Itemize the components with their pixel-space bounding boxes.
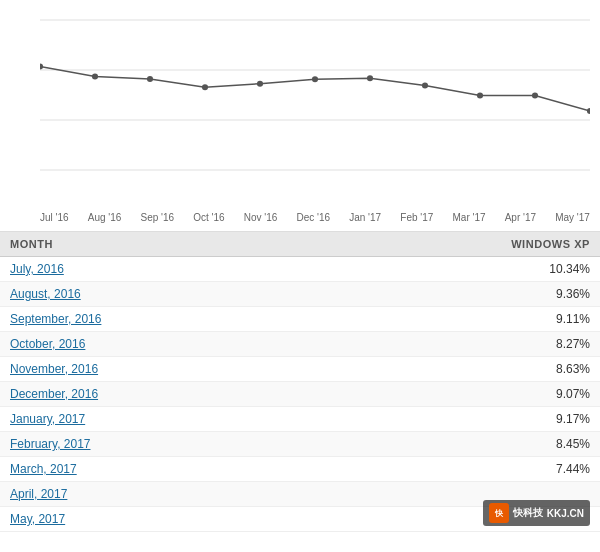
table-row: February, 20178.45% (0, 432, 600, 457)
data-point (312, 76, 318, 82)
month-link[interactable]: March, 2017 (10, 462, 77, 476)
value-cell: 9.36% (318, 282, 600, 307)
table-row: January, 20179.17% (0, 407, 600, 432)
table-row: September, 20169.11% (0, 307, 600, 332)
month-header: MONTH (0, 232, 318, 257)
table-header-row: MONTH WINDOWS XP (0, 232, 600, 257)
data-point (532, 93, 538, 99)
month-cell: January, 2017 (0, 407, 318, 432)
x-label: Sep '16 (140, 212, 174, 223)
x-label: Jan '17 (349, 212, 381, 223)
value-cell: 8.63% (318, 357, 600, 382)
month-link[interactable]: October, 2016 (10, 337, 85, 351)
month-cell: December, 2016 (0, 382, 318, 407)
month-cell: October, 2016 (0, 332, 318, 357)
month-link[interactable]: August, 2016 (10, 287, 81, 301)
month-link[interactable]: April, 2017 (10, 487, 67, 501)
month-link[interactable]: May, 2017 (10, 512, 65, 526)
month-cell: April, 2017 (0, 482, 318, 507)
chart-container: 15% 10% 5% 0% (0, 0, 600, 232)
data-point (422, 83, 428, 89)
month-cell: March, 2017 (0, 457, 318, 482)
x-label: Apr '17 (505, 212, 536, 223)
data-point (587, 108, 590, 114)
value-cell: 8.27% (318, 332, 600, 357)
data-point (92, 73, 98, 79)
month-cell: September, 2016 (0, 307, 318, 332)
month-link[interactable]: February, 2017 (10, 437, 91, 451)
month-link[interactable]: November, 2016 (10, 362, 98, 376)
x-label: Oct '16 (193, 212, 224, 223)
kkj-badge: 快 快科技 KKJ.CN (483, 500, 590, 526)
data-point (477, 93, 483, 99)
data-point (202, 84, 208, 90)
table-row: August, 20169.36% (0, 282, 600, 307)
x-label: Feb '17 (400, 212, 433, 223)
month-link[interactable]: July, 2016 (10, 262, 64, 276)
value-cell: 8.45% (318, 432, 600, 457)
x-label: May '17 (555, 212, 590, 223)
data-point (147, 76, 153, 82)
month-cell: July, 2016 (0, 257, 318, 282)
data-point (257, 81, 263, 87)
chart-line (40, 67, 590, 111)
month-cell: May, 2017 (0, 507, 318, 532)
month-link[interactable]: December, 2016 (10, 387, 98, 401)
month-cell: November, 2016 (0, 357, 318, 382)
month-cell: August, 2016 (0, 282, 318, 307)
value-cell: 9.07% (318, 382, 600, 407)
x-label: Aug '16 (88, 212, 122, 223)
table-wrapper: MONTH WINDOWS XP July, 201610.34%August,… (0, 232, 600, 532)
table-row: March, 20177.44% (0, 457, 600, 482)
data-point (367, 75, 373, 81)
line-chart: 15% 10% 5% 0% (40, 10, 590, 210)
x-label: Nov '16 (244, 212, 278, 223)
month-link[interactable]: January, 2017 (10, 412, 85, 426)
value-cell: 7.44% (318, 457, 600, 482)
chart-area: 15% 10% 5% 0% (40, 10, 590, 210)
value-header: WINDOWS XP (318, 232, 600, 257)
data-point (40, 64, 43, 70)
table-row: December, 20169.07% (0, 382, 600, 407)
kkj-label: 快科技 (513, 506, 543, 520)
month-link[interactable]: September, 2016 (10, 312, 101, 326)
value-cell: 9.17% (318, 407, 600, 432)
kkj-icon: 快 (489, 503, 509, 523)
value-cell: 9.11% (318, 307, 600, 332)
value-cell: 10.34% (318, 257, 600, 282)
data-table: MONTH WINDOWS XP July, 201610.34%August,… (0, 232, 600, 532)
x-label: Jul '16 (40, 212, 69, 223)
kkj-site: KKJ.CN (547, 508, 584, 519)
x-label: Mar '17 (452, 212, 485, 223)
month-cell: February, 2017 (0, 432, 318, 457)
table-row: October, 20168.27% (0, 332, 600, 357)
table-row: November, 20168.63% (0, 357, 600, 382)
x-label: Dec '16 (296, 212, 330, 223)
x-axis-labels: Jul '16 Aug '16 Sep '16 Oct '16 Nov '16 … (40, 210, 590, 231)
table-row: July, 201610.34% (0, 257, 600, 282)
